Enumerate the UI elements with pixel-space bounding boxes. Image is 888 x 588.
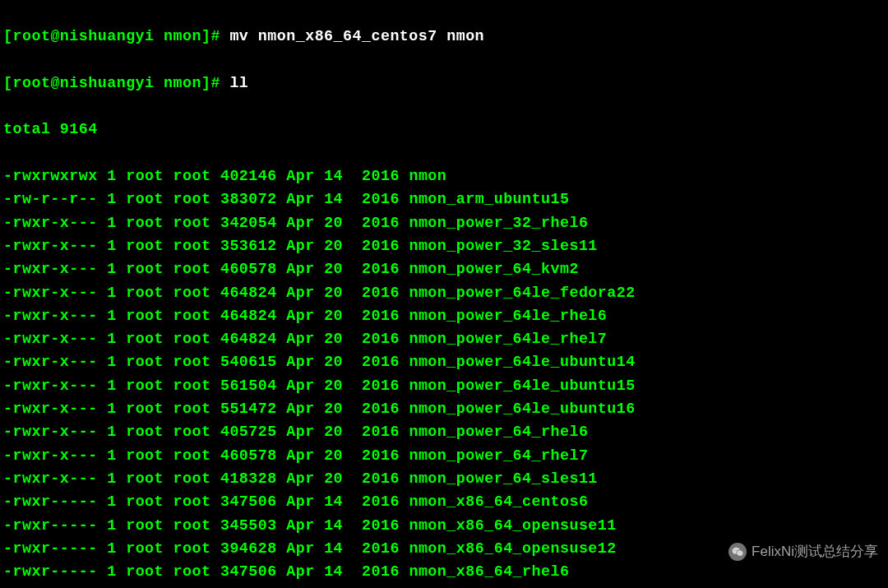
file-links: 1 xyxy=(107,563,116,580)
file-month: Apr xyxy=(286,168,314,184)
watermark-text: FelixNi测试总结分享 xyxy=(752,540,878,563)
prompt-sep xyxy=(155,28,164,44)
file-row: -rwxr-x--- 1 root root 353612 Apr 20 201… xyxy=(3,234,885,257)
file-permissions: -rwxr-x--- xyxy=(3,424,98,440)
file-permissions: -rwxr-x--- xyxy=(3,354,98,370)
file-year: 2016 xyxy=(353,215,400,231)
file-owner: root xyxy=(126,470,164,487)
file-day: 14 xyxy=(324,191,343,207)
file-group: root xyxy=(173,331,211,347)
file-day: 14 xyxy=(324,540,343,557)
file-permissions: -rwxrwxrwx xyxy=(3,168,98,184)
file-year: 2016 xyxy=(353,285,400,301)
file-owner: root xyxy=(126,261,164,277)
file-month: Apr xyxy=(286,400,314,417)
file-row: -rwxr----- 1 root root 345503 Apr 14 201… xyxy=(3,514,885,537)
file-size: 394628 xyxy=(220,540,277,557)
file-year: 2016 xyxy=(353,563,400,580)
file-month: Apr xyxy=(286,331,314,347)
file-name: nmon_x86_64_rhel6 xyxy=(409,563,569,580)
file-year: 2016 xyxy=(353,540,400,557)
file-row: -rwxr----- 1 root root 347506 Apr 14 201… xyxy=(3,490,885,513)
file-day: 20 xyxy=(324,354,343,370)
file-links: 1 xyxy=(107,493,116,510)
file-month: Apr xyxy=(286,540,314,557)
file-owner: root xyxy=(126,331,164,347)
file-name: nmon_x86_64_opensuse12 xyxy=(409,540,616,557)
file-owner: root xyxy=(126,493,164,510)
file-group: root xyxy=(173,191,211,207)
file-group: root xyxy=(173,354,211,370)
file-name: nmon_x86_64_opensuse11 xyxy=(409,517,616,534)
file-year: 2016 xyxy=(353,331,400,347)
file-owner: root xyxy=(126,168,164,184)
file-size: 353612 xyxy=(220,238,277,254)
file-row: -rwxr-x--- 1 root root 464824 Apr 20 201… xyxy=(3,281,885,304)
file-permissions: -rwxr-x--- xyxy=(3,215,98,231)
file-month: Apr xyxy=(286,517,314,534)
file-name: nmon_power_64_rhel6 xyxy=(409,424,588,440)
file-size: 551472 xyxy=(220,400,277,417)
file-day: 20 xyxy=(324,424,343,440)
file-owner: root xyxy=(126,238,164,254)
file-name: nmon_power_64le_rhel7 xyxy=(409,331,607,347)
file-owner: root xyxy=(126,424,164,440)
file-day: 20 xyxy=(324,285,343,301)
file-year: 2016 xyxy=(353,261,400,277)
file-links: 1 xyxy=(107,308,116,324)
file-size: 347506 xyxy=(220,493,277,510)
file-group: root xyxy=(173,517,211,534)
file-group: root xyxy=(173,377,211,394)
file-permissions: -rwxr----- xyxy=(3,493,98,510)
file-links: 1 xyxy=(107,238,116,254)
file-size: 402146 xyxy=(220,168,277,184)
prompt-path: nmon xyxy=(164,28,201,44)
file-day: 20 xyxy=(324,400,343,417)
file-group: root xyxy=(173,215,211,231)
file-links: 1 xyxy=(107,470,116,487)
prompt-line-mv: [root@nishuangyi nmon]# mv nmon_x86_64_c… xyxy=(3,25,885,48)
file-group: root xyxy=(173,424,211,440)
file-year: 2016 xyxy=(353,470,400,487)
file-size: 464824 xyxy=(220,285,277,301)
file-permissions: -rwxr----- xyxy=(3,540,98,557)
file-group: root xyxy=(173,261,211,277)
file-links: 1 xyxy=(107,285,116,301)
file-row: -rwxr----- 1 root root 347506 Apr 14 201… xyxy=(3,560,885,583)
file-year: 2016 xyxy=(353,493,400,510)
file-links: 1 xyxy=(107,447,116,464)
file-links: 1 xyxy=(107,400,116,417)
file-month: Apr xyxy=(286,424,314,440)
file-month: Apr xyxy=(286,191,314,207)
file-group: root xyxy=(173,470,211,487)
file-size: 342054 xyxy=(220,215,277,231)
file-name: nmon_arm_ubuntu15 xyxy=(409,191,569,207)
file-month: Apr xyxy=(286,308,314,324)
file-row: -rw-r--r-- 1 root root 383072 Apr 14 201… xyxy=(3,188,885,211)
file-permissions: -rwxr-x--- xyxy=(3,261,98,277)
file-size: 405725 xyxy=(220,424,277,440)
terminal-output[interactable]: [root@nishuangyi nmon]# mv nmon_x86_64_c… xyxy=(0,0,888,588)
file-row: -rwxr-x--- 1 root root 460578 Apr 20 201… xyxy=(3,444,885,467)
file-permissions: -rwxr-x--- xyxy=(3,470,98,487)
file-links: 1 xyxy=(107,331,116,347)
file-links: 1 xyxy=(107,354,116,370)
file-owner: root xyxy=(126,191,164,207)
file-name: nmon_power_64_kvm2 xyxy=(409,261,578,277)
file-month: Apr xyxy=(286,215,314,231)
file-year: 2016 xyxy=(353,447,400,464)
file-row: -rwxr-x--- 1 root root 464824 Apr 20 201… xyxy=(3,304,885,327)
file-month: Apr xyxy=(286,261,314,277)
file-owner: root xyxy=(126,517,164,534)
file-permissions: -rwxr-x--- xyxy=(3,238,98,254)
file-owner: root xyxy=(126,215,164,231)
file-group: root xyxy=(173,493,211,510)
command-mv: mv nmon_x86_64_centos7 nmon xyxy=(229,28,484,44)
file-permissions: -rwxr-x--- xyxy=(3,331,98,347)
command-ll: ll xyxy=(229,75,248,91)
file-row: -rwxr-x--- 1 root root 342054 Apr 20 201… xyxy=(3,211,885,234)
file-owner: root xyxy=(126,563,164,580)
file-group: root xyxy=(173,447,211,464)
file-day: 14 xyxy=(324,563,343,580)
file-permissions: -rw-r--r-- xyxy=(3,191,98,207)
